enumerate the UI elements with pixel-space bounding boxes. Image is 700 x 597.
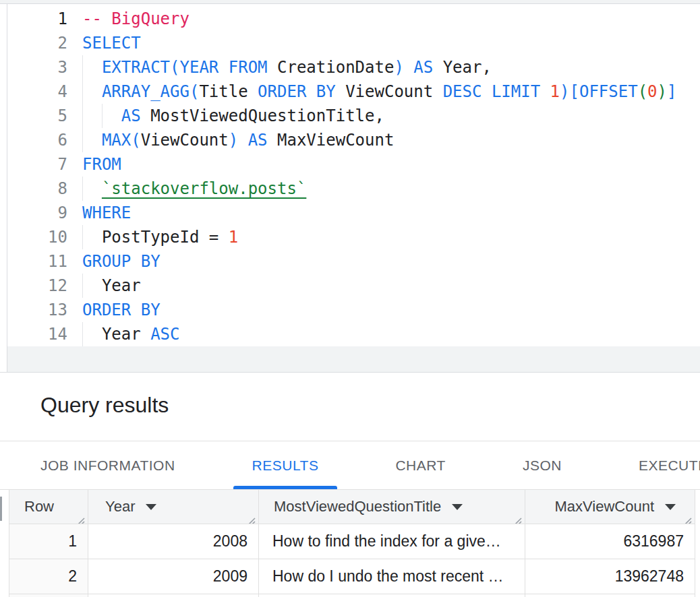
tab-results[interactable]: RESULTS (233, 441, 338, 489)
sql-editor[interactable]: 1-- BigQuery2SELECT3 EXTRACT(YEAR FROM C… (0, 0, 700, 373)
code-token: Year (102, 276, 141, 295)
tab-label: JSON (523, 458, 562, 474)
code-token: PostTypeId = (102, 228, 229, 247)
column-menu-arrow-icon[interactable] (452, 504, 463, 510)
code-token: Year, (443, 58, 492, 77)
code-line-content[interactable]: Year (82, 274, 700, 298)
code-token: `stackoverflow.posts` (102, 179, 306, 198)
cell: How to find the index for a give… (259, 524, 525, 559)
table-row-partial (9, 594, 695, 597)
code-line[interactable]: 1-- BigQuery (7, 7, 700, 31)
tab-chart[interactable]: CHART (376, 441, 464, 489)
editor-top-divider (0, 0, 700, 4)
cell: 2009 (88, 559, 259, 594)
indent (82, 82, 102, 101)
indent (82, 58, 102, 77)
indent (82, 106, 121, 125)
bigquery-console: { "editor": { "lines": [ {"n":"1","activ… (0, 0, 700, 597)
code-line[interactable]: 14 Year ASC (7, 322, 700, 346)
line-number: 3 (7, 55, 82, 80)
code-line[interactable]: 10 PostTypeId = 1 (7, 225, 700, 249)
code-line-content[interactable]: ARRAY_AGG(Title ORDER BY ViewCount DESC … (82, 80, 700, 104)
code-line[interactable]: 12 Year (7, 274, 700, 298)
code-line[interactable]: 9WHERE (7, 201, 700, 225)
column-menu-arrow-icon[interactable] (665, 504, 676, 510)
code-line[interactable]: 13ORDER BY (7, 298, 700, 322)
code-token: ) AS (229, 131, 277, 150)
code-token: ARRAY_AGG( (102, 82, 200, 101)
table-row: 22009How do I undo the most recent …1396… (9, 559, 695, 594)
code-line-content[interactable]: AS MostViewedQuestionTitle, (82, 104, 700, 128)
code-line-content[interactable]: WHERE (82, 201, 700, 225)
cell: 6316987 (525, 524, 695, 559)
line-number: 6 (7, 128, 82, 152)
table-header-row: RowYearMostViewedQuestionTitleMaxViewCou… (9, 490, 695, 524)
query-results-panel-header: Query results (0, 373, 700, 441)
active-tab-indicator (233, 486, 338, 489)
code-token: WHERE (82, 203, 131, 222)
code-line[interactable]: 3 EXTRACT(YEAR FROM CreationDate) AS Yea… (7, 55, 700, 80)
code-line[interactable]: 4 ARRAY_AGG(Title ORDER BY ViewCount DES… (7, 80, 700, 104)
code-line-content[interactable]: -- BigQuery (82, 7, 700, 31)
code-line-content[interactable]: FROM (82, 152, 700, 177)
line-number: 8 (7, 177, 82, 201)
tab-execution-details[interactable]: EXECUTION DETAILS (620, 441, 700, 489)
column-header-label: Row (24, 498, 54, 515)
code-line-content[interactable]: MAX(ViewCount) AS MaxViewCount (82, 128, 700, 152)
code-token: ( (638, 82, 647, 101)
code-line[interactable]: 8 `stackoverflow.posts` (7, 177, 700, 201)
cell (525, 594, 695, 597)
cell-value: How to find the index for a give… (272, 532, 501, 551)
tab-job-information[interactable]: JOB INFORMATION (22, 441, 194, 489)
code-token: ViewCount (345, 82, 443, 101)
code-line-content[interactable]: PostTypeId = 1 (82, 225, 700, 249)
tab-label: EXECUTION DETAILS (639, 458, 700, 474)
column-resize-handle[interactable] (683, 512, 693, 522)
code-line[interactable]: 11GROUP BY (7, 249, 700, 274)
code-line[interactable]: 5 AS MostViewedQuestionTitle, (7, 104, 700, 128)
code-line-content[interactable]: GROUP BY (82, 249, 700, 274)
code-token: ViewCount (141, 131, 229, 150)
column-resize-handle[interactable] (247, 512, 256, 522)
code-token: 0 (647, 82, 657, 101)
code-line-content[interactable]: `stackoverflow.posts` (82, 177, 700, 201)
column-resize-handle[interactable] (513, 512, 523, 522)
column-header-maxviewcount[interactable]: MaxViewCount (525, 490, 695, 524)
column-header-mostviewedquestiontitle[interactable]: MostViewedQuestionTitle (259, 490, 525, 524)
cell-value: 1 (68, 532, 77, 551)
line-number: 1 (7, 7, 82, 31)
tab-json[interactable]: JSON (504, 441, 581, 489)
indent (82, 179, 102, 198)
code-token: Title (199, 82, 258, 101)
cell-value: How do I undo the most recent … (272, 567, 504, 586)
cell-value: 13962748 (615, 567, 684, 586)
results-tab-bar: JOB INFORMATIONRESULTSCHARTJSONEXECUTION… (0, 441, 700, 490)
code-token: AS (121, 106, 150, 125)
indent (82, 276, 102, 295)
code-line-content[interactable]: ORDER BY (82, 298, 700, 322)
scrollbar-thumb[interactable] (0, 497, 2, 521)
code-line[interactable]: 6 MAX(ViewCount) AS MaxViewCount (7, 128, 700, 152)
code-token: Year (102, 325, 150, 344)
code-line-content[interactable]: EXTRACT(YEAR FROM CreationDate) AS Year, (82, 55, 700, 80)
code-token: ] (667, 82, 676, 101)
cell-value: 2009 (213, 567, 247, 586)
line-number: 4 (7, 80, 82, 104)
code-token: ORDER BY (258, 82, 345, 101)
indent (82, 228, 102, 247)
code-line-content[interactable]: Year ASC (82, 322, 700, 346)
code-line[interactable]: 7FROM (7, 152, 700, 177)
code-token: ) (658, 82, 667, 101)
column-menu-arrow-icon[interactable] (146, 504, 156, 510)
code-token: DESC LIMIT (443, 82, 550, 101)
column-header-year[interactable]: Year (88, 490, 259, 524)
line-number: 2 (7, 31, 82, 55)
code-token: GROUP BY (82, 252, 161, 271)
column-resize-handle[interactable] (76, 512, 86, 522)
line-number: 13 (7, 298, 82, 322)
code-line-content[interactable]: SELECT (82, 31, 700, 55)
code-area[interactable]: 1-- BigQuery2SELECT3 EXTRACT(YEAR FROM C… (7, 7, 700, 346)
code-token: ORDER BY (82, 301, 161, 319)
code-line[interactable]: 2SELECT (7, 31, 700, 55)
editor-footer-strip (7, 346, 700, 372)
